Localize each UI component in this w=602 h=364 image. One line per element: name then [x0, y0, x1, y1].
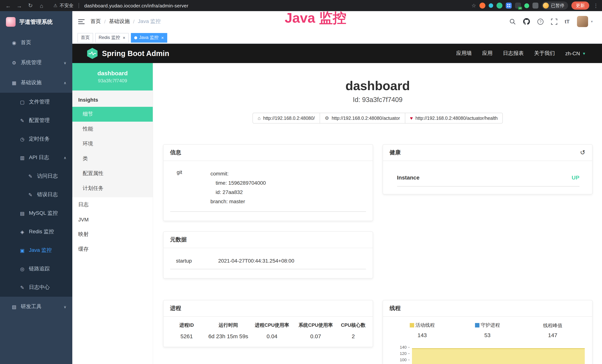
search-icon[interactable] — [509, 18, 516, 25]
green-extension-icon[interactable] — [524, 3, 529, 8]
card-header: 信息 — [163, 145, 373, 161]
on-badge-extension-icon[interactable]: on — [515, 3, 521, 9]
home-icon: ⌂ — [258, 115, 261, 121]
sba-nav-about[interactable]: 关于我们 — [534, 50, 555, 57]
tab-java-monitor[interactable]: Java 监控 × — [131, 33, 167, 43]
sidebar-item-config-management[interactable]: ✎ 配置管理 — [0, 111, 72, 130]
github-icon[interactable] — [523, 18, 530, 25]
fontsize-icon[interactable]: tT — [565, 19, 570, 24]
browser-menu-icon[interactable]: ⋮ — [593, 3, 599, 9]
process-value: 6d 23h 15m 59s — [207, 333, 249, 339]
fullscreen-icon[interactable] — [551, 18, 557, 25]
health-card: 健康 ↺ Instance UP — [383, 144, 592, 194]
reload-icon[interactable]: ↻ — [26, 2, 35, 9]
sba-menu-scheduled-tasks[interactable]: 计划任务 — [72, 181, 153, 196]
sidebar-item-access-logs[interactable]: ✎ 访问日志 — [0, 167, 72, 185]
monitor-icon: ▦ — [11, 80, 17, 86]
sidebar-item-label: Redis 监控 — [29, 228, 54, 235]
chart-plot-area — [412, 343, 585, 364]
history-icon[interactable]: ↺ — [580, 150, 585, 156]
sba-nav-journal[interactable]: 日志报表 — [503, 50, 524, 57]
user-menu[interactable]: ▼ — [577, 16, 593, 27]
tab-home[interactable]: 首页 — [77, 33, 93, 43]
app-title: 芋道管理系统 — [19, 18, 53, 25]
process-col-header: 进程ID — [166, 322, 207, 333]
dashboard-icon: ◉ — [11, 40, 17, 45]
card-title: 进程 — [170, 305, 181, 312]
sidebar-item-label: 研发工具 — [21, 303, 42, 310]
sidebar-item-scheduled-tasks[interactable]: ◷ 定时任务 — [0, 130, 72, 148]
sidebar-item-label: 日志中心 — [29, 284, 50, 291]
sidebar-item-label: 链路追踪 — [29, 266, 50, 272]
actuator-url-button[interactable]: ⚙ http://192.168.0.2:48080/actuator — [320, 113, 405, 124]
sba-menu-logs[interactable]: 日志 — [72, 197, 153, 212]
tab-redis-monitor[interactable]: Redis 监控 × — [95, 33, 129, 43]
sba-brand-title[interactable]: Spring Boot Admin — [102, 49, 169, 58]
sidebar-item-error-logs[interactable]: ✎ 错误日志 — [0, 185, 72, 204]
chevron-down-icon: ∨ — [64, 61, 66, 65]
folder-icon: ▢ — [19, 99, 25, 105]
breadcrumb-home[interactable]: 首页 — [90, 18, 101, 25]
profile-chip[interactable]: 已暂停 — [542, 1, 568, 10]
logo-image — [6, 17, 16, 27]
sba-logo-icon[interactable] — [87, 48, 97, 59]
bookmark-star-icon[interactable]: ☆ — [472, 3, 476, 9]
sidebar-item-redis-monitor[interactable]: ◈ Redis 监控 — [0, 223, 72, 241]
sba-menu-environment[interactable]: 环境 — [72, 137, 153, 151]
sba-locale-select[interactable]: zh-CN ▼ — [565, 50, 586, 56]
wrench-icon: ⚙ — [325, 115, 329, 121]
java-icon: ▣ — [19, 247, 25, 253]
app-logo[interactable]: 芋道管理系统 — [0, 11, 72, 33]
sidebar-item-log-center[interactable]: ✎ 日志中心 — [0, 278, 72, 297]
heart-icon: ♥ — [410, 115, 413, 121]
home-icon[interactable]: ⌂ — [37, 2, 46, 9]
teal-extension-icon[interactable] — [489, 3, 493, 8]
tab-label: 首页 — [81, 34, 90, 41]
sidebar-item-api-logs[interactable]: ▥ API 日志 ∧ — [0, 148, 72, 167]
link-url: http://192.168.0.2:48080/ — [263, 116, 315, 121]
sba-menu-caches[interactable]: 缓存 — [72, 242, 153, 257]
sba-menu-mappings[interactable]: 映射 — [72, 227, 153, 242]
forward-icon[interactable]: → — [15, 2, 24, 9]
sidebar-item-label: 定时任务 — [29, 136, 50, 142]
help-icon[interactable]: ? — [537, 18, 544, 25]
breadcrumb-infrastructure[interactable]: 基础设施 — [109, 18, 130, 25]
sba-nav-applications[interactable]: 应用 — [482, 50, 493, 57]
sidebar-item-infrastructure[interactable]: ▦ 基础设施 ∧ — [0, 73, 72, 93]
sidebar-item-file-management[interactable]: ▢ 文件管理 — [0, 93, 72, 111]
sidebar-item-link-tracing[interactable]: ◎ 链路追踪 — [0, 260, 72, 278]
dark-extension-icon[interactable] — [532, 3, 538, 9]
health-url-button[interactable]: ♥ http://192.168.0.2:48080/actuator/heal… — [405, 113, 503, 124]
address-bar[interactable]: ⚠ 不安全 dashboard.yudao.iocoder.cn/infra/a… — [54, 2, 188, 9]
sba-menu-details[interactable]: 细节 — [72, 107, 153, 122]
metadata-label: startup — [170, 258, 218, 264]
orange-extension-icon[interactable] — [479, 3, 485, 9]
sba-menu-config-props[interactable]: 配置属性 — [72, 166, 153, 181]
blue-grid-extension-icon[interactable] — [506, 3, 512, 9]
sidebar-item-mysql-monitor[interactable]: ▤ MySQL 监控 — [0, 204, 72, 223]
sidebar-item-home[interactable]: ◉ 首页 — [0, 33, 72, 53]
service-url-button[interactable]: ⌂ http://192.168.0.2:48080/ — [253, 113, 320, 124]
close-tab-icon[interactable]: × — [161, 35, 164, 40]
update-button[interactable]: 更新 — [571, 1, 589, 10]
sba-menu-classes[interactable]: 类 — [72, 151, 153, 166]
sidebar-item-dev-tools[interactable]: ▧ 研发工具 ∨ — [0, 297, 72, 317]
green-circle-extension-icon[interactable] — [496, 3, 502, 9]
breadcrumb-separator: / — [104, 19, 106, 24]
back-icon[interactable]: ← — [4, 2, 13, 9]
divider — [79, 3, 79, 8]
chevron-down-icon: ∨ — [64, 305, 66, 309]
svg-text:?: ? — [539, 20, 541, 23]
sidebar-item-java-monitor[interactable]: ▣ Java 监控 — [0, 241, 72, 260]
sba-menu-jvm[interactable]: JVM — [72, 212, 153, 227]
sba-nav-wallboard[interactable]: 应用墙 — [456, 50, 472, 57]
info-row-git: git commit: time: 1596289704000 id: 27aa… — [170, 163, 366, 212]
close-tab-icon[interactable]: × — [123, 35, 125, 40]
sba-menu-performance[interactable]: 性能 — [72, 122, 153, 137]
sidebar-item-system-management[interactable]: ⚙ 系统管理 ∨ — [0, 53, 72, 73]
hamburger-icon[interactable] — [72, 19, 90, 24]
info-line: commit: — [210, 169, 266, 178]
info-card: 信息 git commit: time: 1596289704000 id: 2 — [163, 144, 373, 221]
sidebar-item-label: 系统管理 — [21, 59, 42, 66]
timer-icon: ◷ — [19, 136, 25, 142]
